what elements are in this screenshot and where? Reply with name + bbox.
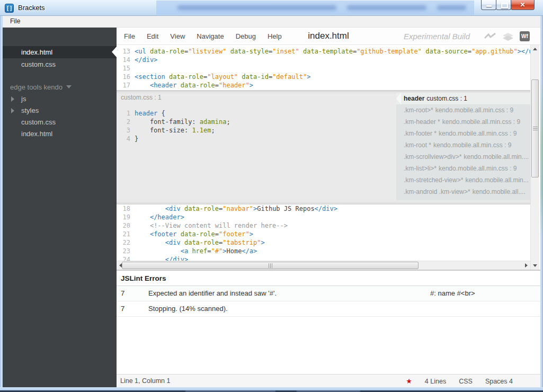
rule-selector: .km-header * bbox=[404, 118, 440, 126]
line-number: 14 bbox=[117, 56, 135, 64]
line-number: 23 bbox=[117, 247, 135, 255]
tree-item-index-html[interactable]: index.html bbox=[3, 128, 117, 140]
os-menu-bar: File bbox=[2, 16, 541, 28]
maximize-button[interactable] bbox=[496, 0, 511, 10]
code-text: <header data-role="header"> bbox=[135, 81, 253, 90]
rule-selector: .km-root * bbox=[404, 141, 431, 149]
toolbar-icons: Wf bbox=[484, 31, 530, 41]
vertical-scrollbar[interactable] bbox=[530, 45, 539, 270]
css-rule-item[interactable]: .km-footer *kendo.mobile.all.min.css : 9 bbox=[396, 128, 530, 139]
code-line: 16<section data-role="layout" data-id="d… bbox=[117, 73, 530, 81]
code-text: <!--View content will render here--> bbox=[135, 221, 288, 230]
vertical-scrollbar-thumb[interactable] bbox=[531, 79, 539, 177]
dropdown-caret-icon bbox=[66, 85, 72, 88]
rule-selector: .km-stretched-view>* bbox=[404, 176, 463, 184]
css-rule-item[interactable]: .km-root>*kendo.mobile.all.min.css : 9 bbox=[396, 104, 530, 116]
rule-file: kendo.mobile.all.min.... bbox=[464, 153, 529, 161]
rule-file: kendo.mobile.all.min... bbox=[465, 176, 528, 184]
tree-item-styles[interactable]: styles bbox=[3, 105, 117, 117]
rule-selector: .km-scrollview>div>* bbox=[404, 153, 461, 161]
editor-html-top[interactable]: 13<ul data-role="listview" data-style="i… bbox=[117, 45, 530, 90]
project-dropdown[interactable]: edge tools kendo bbox=[3, 82, 117, 93]
menu-file[interactable]: File bbox=[2, 16, 25, 25]
css-rule-item[interactable]: headercustom.css : 1 bbox=[396, 93, 530, 104]
wf-badge-icon[interactable]: Wf bbox=[520, 31, 530, 41]
rule-file: custom.css : 1 bbox=[426, 95, 467, 102]
code-text: </div> bbox=[135, 255, 188, 261]
close-button[interactable] bbox=[511, 0, 535, 10]
code-line: 23 <a href="#">Home</a> bbox=[117, 247, 530, 255]
css-rule-item[interactable]: .km-root *kendo.mobile.all.min.css : 9 bbox=[396, 139, 530, 151]
code-text: </div> bbox=[135, 56, 157, 64]
tree-item-custom-css[interactable]: custom.css bbox=[3, 117, 117, 128]
code-line: 14</div> bbox=[117, 56, 530, 64]
minimize-button[interactable] bbox=[481, 0, 496, 10]
lint-error-star-icon[interactable]: ★ bbox=[406, 377, 412, 385]
scroll-down-arrow-icon[interactable] bbox=[531, 261, 539, 270]
line-number: 18 bbox=[117, 204, 135, 213]
working-file-custom-css[interactable]: custom.css bbox=[3, 58, 117, 70]
brackets-logo-icon[interactable] bbox=[5, 4, 14, 13]
code-text: header { bbox=[135, 109, 165, 118]
code-line: 21 <footer data-role="footer"> bbox=[117, 230, 530, 238]
code-line: 24 </div> bbox=[117, 255, 530, 261]
jslint-error-row[interactable]: 7Expected an identifier and instead saw … bbox=[117, 286, 540, 301]
code-text: </header> bbox=[135, 213, 184, 221]
jslint-rows: 7Expected an identifier and instead saw … bbox=[117, 286, 540, 317]
blurred-text bbox=[437, 5, 466, 10]
code-line: 18 <div data-role="navbar">Github JS Rep… bbox=[117, 204, 530, 213]
live-preview-icon[interactable] bbox=[484, 33, 496, 40]
css-rule-item[interactable]: .km-list>li>*kendo.mobile.all.min.css : … bbox=[396, 163, 530, 174]
rule-file: kendo.mobile.all.min.css : 9 bbox=[435, 106, 513, 114]
horizontal-scrollbar[interactable] bbox=[117, 261, 530, 270]
jslint-panel: JSLint Errors 7Expected an identifier an… bbox=[117, 270, 540, 374]
folder-caret-icon bbox=[11, 108, 14, 113]
status-bar-right: ★ 4 Lines CSS Spaces 4 bbox=[406, 377, 513, 385]
horizontal-scrollbar-thumb[interactable] bbox=[122, 262, 419, 269]
code-line: 3 font-size: 1.1em; bbox=[117, 126, 393, 135]
status-bar: Line 1, Column 1 ★ 4 Lines CSS Spaces 4 bbox=[117, 374, 540, 387]
tree-item-js[interactable]: js bbox=[3, 93, 117, 105]
scroll-up-arrow-icon[interactable] bbox=[531, 45, 539, 54]
inline-css-code[interactable]: 1header {2 font-family: adamina;3 font-s… bbox=[117, 109, 393, 143]
line-number: 17 bbox=[117, 81, 135, 90]
css-rule-item[interactable]: .km-stretched-view>*kendo.mobile.all.min… bbox=[396, 174, 530, 186]
code-text: <footer data-role="footer"> bbox=[135, 230, 253, 238]
title-bar[interactable]: Brackets bbox=[0, 0, 543, 16]
line-number: 15 bbox=[117, 64, 135, 73]
indent-setting[interactable]: Spaces 4 bbox=[485, 378, 513, 385]
code-line: 4} bbox=[117, 135, 393, 143]
working-file-index-html[interactable]: index.html bbox=[3, 46, 117, 58]
brackets-window: Brackets File index.htmlcustom.css edge … bbox=[0, 0, 543, 392]
window-border-right bbox=[540, 16, 543, 390]
rule-file: kendo.mobile.all.min.css : 9 bbox=[433, 141, 511, 149]
error-line-number: 7 bbox=[121, 305, 124, 313]
document-title: index.html bbox=[117, 31, 540, 41]
extensions-icon[interactable] bbox=[502, 32, 514, 41]
css-rule-item[interactable]: .km-android .km-view>*kendo.mobile.all..… bbox=[396, 186, 530, 198]
line-number: 21 bbox=[117, 230, 135, 238]
rule-file: kendo.mobile.all.... bbox=[473, 188, 526, 195]
window-controls bbox=[482, 0, 535, 10]
jslint-panel-title: JSLint Errors bbox=[117, 271, 540, 286]
code-line: 17 <header data-role="header"> bbox=[117, 81, 530, 90]
build-label: Experimental Build bbox=[404, 32, 470, 41]
css-rule-item[interactable]: .km-header *kendo.mobile.all.min.css : 9 bbox=[396, 116, 530, 128]
project-name: edge tools kendo bbox=[10, 83, 63, 91]
line-number: 13 bbox=[117, 47, 135, 56]
sidebar: index.htmlcustom.css edge tools kendo js… bbox=[3, 28, 117, 387]
language-mode[interactable]: CSS bbox=[459, 378, 473, 385]
file-tree: jsstylescustom.cssindex.html bbox=[3, 93, 117, 140]
code-line: 1header { bbox=[117, 109, 393, 118]
scroll-right-arrow-icon[interactable] bbox=[522, 261, 530, 270]
error-message: Stopping. (14% scanned). bbox=[148, 305, 228, 313]
error-message: Expected an identifier and instead saw '… bbox=[148, 289, 277, 297]
scrollbar-grip-icon bbox=[533, 128, 538, 129]
css-rule-item[interactable]: .km-scrollview>div>*kendo.mobile.all.min… bbox=[396, 151, 530, 163]
rule-selector: .km-root>* bbox=[404, 106, 433, 114]
editor-html-bottom[interactable]: 18 <div data-role="navbar">Github JS Rep… bbox=[117, 204, 530, 261]
line-number: 24 bbox=[117, 255, 135, 261]
rule-file: kendo.mobile.all.min.css : 9 bbox=[439, 130, 517, 137]
jslint-error-row[interactable]: 7Stopping. (14% scanned). bbox=[117, 301, 540, 317]
scrollbar-grip-icon bbox=[270, 263, 271, 268]
